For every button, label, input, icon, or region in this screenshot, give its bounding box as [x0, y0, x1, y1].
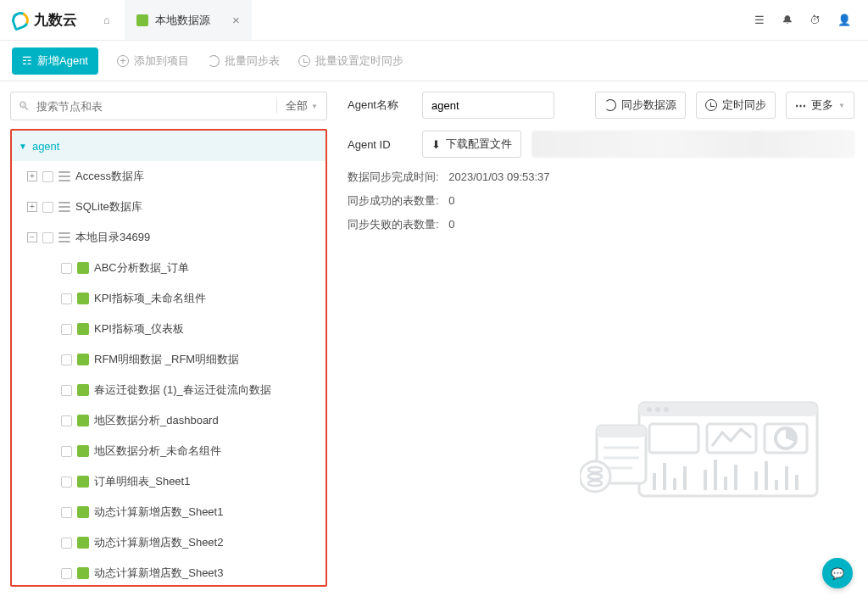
action-toolbar: ☶ 新增Agent + 添加到项目 批量同步表 批量设置定时同步	[0, 41, 868, 81]
new-agent-button[interactable]: ☶ 新增Agent	[12, 47, 98, 75]
chevron-down-icon: ▼	[311, 103, 318, 110]
brand-mark-icon	[12, 12, 29, 29]
checkbox[interactable]	[61, 415, 72, 426]
sync-source-label: 同步数据源	[621, 98, 676, 113]
checkbox[interactable]	[61, 507, 72, 518]
checkbox[interactable]	[61, 293, 72, 304]
topbar-actions: ☰ 🔔︎ ⏱ 👤	[754, 14, 868, 26]
close-icon[interactable]: ×	[232, 13, 240, 27]
tree-table-node[interactable]: ABC分析数据_订单	[12, 253, 326, 283]
tree-table-node[interactable]: 春运迁徙数据 (1)_春运迁徙流向数据	[12, 375, 326, 405]
sync-ok-value: 0	[448, 194, 454, 207]
checkbox[interactable]	[42, 202, 53, 213]
checkbox[interactable]	[61, 324, 72, 335]
tab-local-datasource[interactable]: 本地数据源 ×	[125, 0, 252, 40]
sync-time-label: 数据同步完成时间:	[348, 170, 439, 183]
table-icon	[77, 293, 89, 304]
bulk-schedule-button[interactable]: 批量设置定时同步	[298, 53, 403, 69]
bell-icon[interactable]: 🔔︎	[782, 14, 793, 26]
database-icon	[58, 171, 70, 181]
clock-icon	[298, 55, 310, 67]
expand-icon[interactable]: +	[27, 171, 37, 181]
chat-support-button[interactable]: 💬	[822, 558, 853, 588]
svg-point-2	[647, 407, 652, 412]
tree-table-node[interactable]: 动态计算新增店数_Sheet1	[12, 497, 326, 527]
tree-table-node[interactable]: 地区数据分析_dashboard	[12, 405, 326, 436]
tree-agent-label: agent	[32, 140, 60, 153]
task-list-icon[interactable]: ☰	[754, 14, 765, 26]
tree-node-label: Access数据库	[75, 169, 144, 184]
tree-table-node[interactable]: 地区数据分析_未命名组件	[12, 436, 326, 466]
caret-down-icon: ▼	[19, 142, 27, 151]
brand-logo: 九数云	[0, 10, 89, 30]
tree-leaf-label: 订单明细表_Sheet1	[94, 474, 190, 489]
tree-table-node[interactable]: KPI指标项_仪表板	[12, 314, 326, 344]
checkbox[interactable]	[61, 385, 72, 396]
more-label: 更多	[811, 98, 833, 113]
tree-agent-root[interactable]: ▼ agent	[12, 131, 326, 161]
sidebar: 🔍︎ 全部 ▼ ▼ agent + Access数据库	[0, 81, 337, 602]
tree-db-node[interactable]: − 本地目录34699	[12, 222, 326, 253]
checkbox[interactable]	[61, 354, 72, 365]
tree-table-node[interactable]: KPI指标项_未命名组件	[12, 283, 326, 314]
tree-leaf-label: KPI指标项_仪表板	[94, 321, 184, 337]
new-agent-label: 新增Agent	[37, 53, 88, 69]
tree-leaf-label: 地区数据分析_dashboard	[94, 413, 219, 428]
checkbox[interactable]	[61, 477, 72, 488]
tree-table-node[interactable]: RFM明细数据 _RFM明细数据	[12, 344, 326, 375]
stopwatch-icon[interactable]: ⏱	[810, 14, 821, 26]
sync-fail-label: 同步失败的表数量:	[348, 218, 439, 231]
tree-leaf-label: 地区数据分析_未命名组件	[94, 443, 221, 459]
tree-leaf-label: RFM明细数据 _RFM明细数据	[94, 352, 239, 367]
user-icon[interactable]: 👤	[837, 14, 851, 26]
search-scope-dropdown[interactable]: 全部 ▼	[276, 98, 326, 114]
checkbox[interactable]	[61, 568, 72, 579]
download-config-label: 下载配置文件	[446, 137, 512, 152]
add-to-project-button[interactable]: + 添加到项目	[117, 53, 189, 69]
tree-leaf-label: 动态计算新增店数_Sheet1	[94, 504, 223, 520]
add-to-project-label: 添加到项目	[134, 53, 189, 69]
tree-db-node[interactable]: + SQLite数据库	[12, 192, 326, 222]
table-icon	[77, 354, 89, 365]
table-icon	[77, 262, 89, 274]
checkbox[interactable]	[61, 446, 72, 457]
schedule-sync-button[interactable]: 定时同步	[696, 92, 776, 119]
sync-fail-value: 0	[448, 218, 454, 231]
tree-leaf-label: ABC分析数据_订单	[94, 260, 189, 276]
database-icon	[58, 202, 70, 212]
download-config-button[interactable]: ⬇︎ 下载配置文件	[422, 131, 521, 158]
schedule-sync-label: 定时同步	[722, 98, 766, 113]
plus-circle-icon: +	[117, 55, 129, 67]
tree-table-node[interactable]: 动态计算新增店数_Sheet3	[12, 558, 326, 587]
search-input[interactable]	[36, 100, 276, 113]
tree-leaf-label: 动态计算新增店数_Sheet2	[94, 535, 223, 550]
empty-state-illustration	[580, 382, 834, 509]
home-tab[interactable]: ⌂	[89, 0, 125, 40]
database-icon	[58, 232, 70, 242]
svg-point-3	[655, 407, 660, 412]
checkbox[interactable]	[42, 171, 53, 182]
tree-leaf-label: KPI指标项_未命名组件	[94, 291, 206, 306]
checkbox[interactable]	[42, 232, 53, 243]
tree-table-node[interactable]: 订单明细表_Sheet1	[12, 466, 326, 497]
tree-leaf-label: 动态计算新增店数_Sheet3	[94, 566, 223, 581]
collapse-icon[interactable]: −	[27, 232, 37, 242]
checkbox[interactable]	[61, 538, 72, 549]
datasource-icon	[136, 14, 148, 26]
search-box[interactable]: 🔍︎ 全部 ▼	[10, 92, 327, 120]
sync-stats: 数据同步完成时间: 2023/01/03 09:53:37 同步成功的表数量: …	[348, 170, 854, 232]
tree-table-node[interactable]: 动态计算新增店数_Sheet2	[12, 527, 326, 558]
expand-icon[interactable]: +	[27, 202, 37, 212]
search-scope-label: 全部	[286, 98, 308, 114]
bulk-sync-button[interactable]: 批量同步表	[208, 53, 280, 69]
checkbox[interactable]	[61, 263, 72, 274]
tree-db-node[interactable]: + Access数据库	[12, 161, 326, 192]
more-button[interactable]: 更多 ▼	[786, 92, 854, 119]
table-icon	[77, 506, 89, 518]
sync-time-value: 2023/01/03 09:53:37	[448, 170, 549, 183]
sync-ok-label: 同步成功的表数量:	[348, 194, 439, 207]
agent-name-input[interactable]	[422, 92, 554, 119]
table-icon	[77, 537, 89, 549]
tab-label: 本地数据源	[155, 13, 210, 28]
sync-source-button[interactable]: 同步数据源	[595, 92, 686, 119]
